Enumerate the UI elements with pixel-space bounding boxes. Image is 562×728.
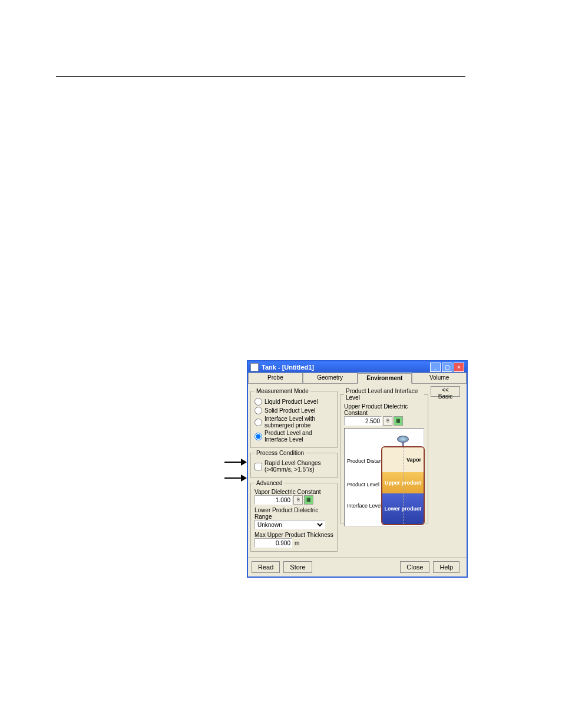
radio-interface-submerged[interactable]: Interface Level with submerged probe xyxy=(254,416,333,429)
minimize-button[interactable]: _ xyxy=(430,363,441,372)
annotation-arrow-vdc xyxy=(224,456,248,468)
annotation-arrow-lpdr xyxy=(224,472,248,484)
radio-product-and-interface[interactable]: Product Level and Interface Level xyxy=(254,430,333,443)
measurement-mode-group: Measurement Mode Liquid Product Level So… xyxy=(250,388,338,448)
window-title: Tank - [Untitled1] xyxy=(262,364,314,371)
lpdr-select[interactable]: Unknown xyxy=(254,520,325,529)
updc-calc-icon[interactable]: ▦ xyxy=(394,416,403,426)
pli-legend: Product Level and Interface Level xyxy=(344,388,424,401)
app-icon xyxy=(250,363,259,371)
label-interface-level: Interface Level xyxy=(347,503,382,509)
mupt-label: Max Upper Product Thickness xyxy=(254,532,333,538)
vdc-helper-icon[interactable]: ⎘ xyxy=(293,495,303,505)
tab-geometry[interactable]: Geometry xyxy=(303,373,358,383)
vdc-label: Vapor Dielectric Constant xyxy=(254,489,333,495)
tank-probe-line xyxy=(403,447,404,524)
radio-liquid[interactable]: Liquid Product Level xyxy=(254,398,333,406)
basic-button[interactable]: << Basic xyxy=(431,386,460,397)
updc-helper-icon[interactable]: ⎘ xyxy=(383,416,392,426)
measurement-mode-legend: Measurement Mode xyxy=(254,388,310,394)
vdc-input[interactable] xyxy=(254,495,292,505)
lpdr-label: Lower Product Dielectric Range xyxy=(254,507,333,520)
advanced-group: Advanced Vapor Dielectric Constant ⎘ ▦ L… xyxy=(250,480,338,552)
tab-volume[interactable]: Volume xyxy=(412,373,467,383)
updc-label: Upper Product Dielectric Constant xyxy=(344,403,424,416)
store-button[interactable]: Store xyxy=(283,561,312,573)
close-dialog-button[interactable]: Close xyxy=(400,561,429,573)
help-button[interactable]: Help xyxy=(433,561,459,573)
tank-diagram: Product Distance Product Level Interface… xyxy=(344,428,424,526)
tab-environment[interactable]: Environment xyxy=(358,373,412,384)
rapid-level-checkbox[interactable]: Rapid Level Changes (>40mm/s, >1.5"/s) xyxy=(254,460,333,473)
vdc-calc-icon[interactable]: ▦ xyxy=(304,495,313,505)
updc-input[interactable] xyxy=(344,416,382,426)
tab-probe[interactable]: Probe xyxy=(248,373,303,383)
label-product-level: Product Level xyxy=(347,482,379,487)
tab-row: Probe Geometry Environment Volume xyxy=(248,373,467,383)
tank-window: Tank - [Untitled1] _ ▢ × Probe Geometry … xyxy=(247,360,468,578)
advanced-legend: Advanced xyxy=(254,480,284,486)
mupt-input[interactable] xyxy=(254,538,292,548)
process-condition-legend: Process Condition xyxy=(254,450,306,456)
pli-group: Product Level and Interface Level Upper … xyxy=(340,388,428,523)
radio-solid[interactable]: Solid Product Level xyxy=(254,407,333,414)
tank-transmitter-icon xyxy=(397,436,409,446)
close-button[interactable]: × xyxy=(454,363,464,372)
titlebar[interactable]: Tank - [Untitled1] _ ▢ × xyxy=(248,361,467,373)
mupt-unit: m xyxy=(295,540,299,546)
maximize-button[interactable]: ▢ xyxy=(442,363,452,372)
process-condition-group: Process Condition Rapid Level Changes (>… xyxy=(250,450,338,478)
read-button[interactable]: Read xyxy=(252,561,280,573)
button-row: Read Store Close Help xyxy=(248,557,467,577)
